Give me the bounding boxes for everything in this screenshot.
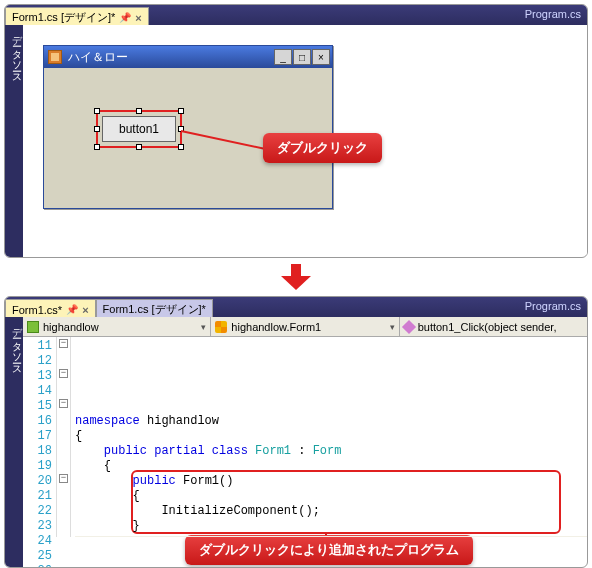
close-icon[interactable]: × [135,12,141,24]
resize-handle[interactable] [94,144,100,150]
callout-added-code: ダブルクリックにより追加されたプログラム [185,535,473,565]
code-line[interactable]: public Form1() [75,474,587,489]
class-icon [215,321,227,333]
vs-sidebar-bottom[interactable]: データソース サーバー エクスプローラー ツールボックス [5,317,23,567]
chevron-down-icon[interactable]: ▾ [201,322,206,332]
tab-strip-top: Form1.cs [デザイン]* 📌 × Program.cs [5,5,587,25]
code-line[interactable]: public partial class Form1 : Form [75,444,587,459]
line-gutter: 11121314151617181920212223242526 [23,337,57,537]
pin-icon[interactable]: 📌 [66,304,78,315]
code-editor[interactable]: 11121314151617181920212223242526 − − − −… [23,337,587,537]
form-titlebar[interactable]: ハイ＆ロー _ □ × [44,46,332,68]
code-nav-bar: highandlow ▾ highandlow.Form1 ▾ button1_… [23,317,587,337]
form-window[interactable]: ハイ＆ロー _ □ × button1 [43,45,333,209]
code-panel: Form1.cs* 📌 × Form1.cs [デザイン]* Program.c… [4,296,588,568]
nav-method[interactable]: button1_Click(object sender, [400,317,587,336]
maximize-icon[interactable]: □ [293,49,311,65]
resize-handle[interactable] [94,126,100,132]
minimize-icon[interactable]: _ [274,49,292,65]
resize-handle[interactable] [178,144,184,150]
nav-namespace[interactable]: highandlow ▾ [23,317,211,336]
code-line[interactable]: { [75,429,587,444]
code-lines[interactable]: namespace highandlow{ public partial cla… [71,337,587,537]
outline-column[interactable]: − − − − [57,337,71,537]
form-icon [48,50,62,64]
tab-right[interactable]: Program.cs [525,5,587,25]
designer-panel: Form1.cs [デザイン]* 📌 × Program.cs データソース サ… [4,4,588,258]
vs-sidebar-top[interactable]: データソース サーバー エクスプローラー ツー [5,25,23,257]
method-icon [402,319,416,333]
tab-label: Form1.cs [デザイン]* [12,10,115,25]
chevron-down-icon[interactable]: ▾ [390,322,395,332]
outline-toggle[interactable]: − [59,399,68,408]
tab-label: Form1.cs [デザイン]* [103,302,206,317]
tab-right[interactable]: Program.cs [525,297,587,317]
code-line[interactable]: { [75,489,587,504]
designer-surface[interactable]: ハイ＆ロー _ □ × button1 [23,25,587,255]
pin-icon[interactable]: 📌 [119,12,131,23]
close-icon[interactable]: × [82,304,88,316]
callout-doubleclick: ダブルクリック [263,133,382,163]
code-line[interactable]: { [75,459,587,474]
tab-label: Form1.cs* [12,304,62,316]
resize-handle[interactable] [178,108,184,114]
resize-handle[interactable] [94,108,100,114]
resize-handle[interactable] [136,108,142,114]
outline-toggle[interactable]: − [59,339,68,348]
code-line[interactable] [75,534,587,537]
outline-toggle[interactable]: − [59,369,68,378]
outline-toggle[interactable]: − [59,474,68,483]
tab-design[interactable]: Form1.cs [デザイン]* 📌 × [5,7,149,25]
code-line[interactable]: namespace highandlow [75,414,587,429]
designer-button1[interactable]: button1 [102,116,176,142]
nav-class[interactable]: highandlow.Form1 ▾ [211,317,399,336]
code-line[interactable]: InitializeComponent(); [75,504,587,519]
resize-handle[interactable] [136,144,142,150]
window-buttons: _ □ × [274,49,330,65]
form-title: ハイ＆ロー [68,49,128,66]
code-line[interactable]: } [75,519,587,534]
tab-strip-bottom: Form1.cs* 📌 × Form1.cs [デザイン]* Program.c… [5,297,587,317]
down-arrow-icon [281,264,311,290]
tab-design-bg[interactable]: Form1.cs [デザイン]* [96,299,213,317]
tab-code[interactable]: Form1.cs* 📌 × [5,299,96,317]
close-window-icon[interactable]: × [312,49,330,65]
csharp-icon [27,321,39,333]
